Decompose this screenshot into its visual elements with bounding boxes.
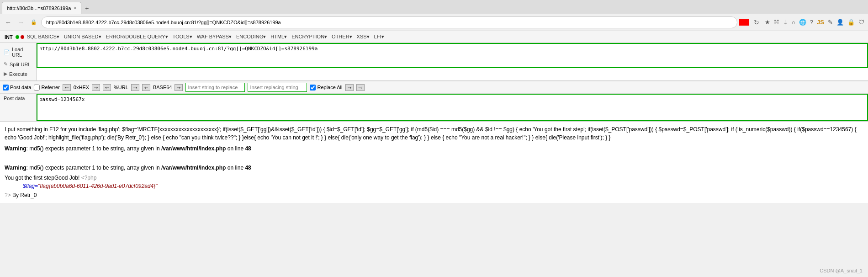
url-label: %URL — [114, 85, 128, 90]
lock-icon: 🔒 — [28, 17, 39, 28]
plugin-int[interactable]: INT — [3, 33, 15, 41]
content-blank-line — [5, 155, 863, 164]
address-input[interactable] — [41, 16, 737, 28]
replace-right-arrow1[interactable]: ⇢ — [345, 84, 354, 91]
plugin-toolbar: INT SQL BASICS▾ UNION BASED▾ ERROR/DOUBL… — [0, 31, 868, 43]
reader-icon[interactable]: ☵ — [773, 18, 780, 27]
post-data-container: Post data passwd=1234567x — [0, 94, 868, 122]
split-url-label: Split URL — [10, 62, 31, 67]
load-url-label: Load URL — [12, 47, 32, 58]
plugin-xss[interactable]: XSS▾ — [355, 33, 371, 41]
execute-icon: ▶ — [4, 71, 7, 77]
split-url-button[interactable]: ✎ Split URL — [0, 59, 36, 69]
replace-all-label[interactable]: Replace All — [310, 85, 342, 91]
plugin-sql-basics[interactable]: SQL BASICS▾ — [25, 33, 61, 41]
dot-green — [16, 35, 19, 39]
plugin-waf-bypass[interactable]: WAF BYPASS▾ — [195, 33, 233, 41]
address-bar-row: ← → 🔒 ↻ ★ ☵ ⇓ ⌂ 🌐 ? JS ✎ 👤 🔒 🛡 — [0, 14, 868, 31]
load-url-icon: 📄 — [4, 49, 10, 55]
lock2-icon[interactable]: 🔒 — [847, 18, 856, 27]
flag-icon — [739, 19, 749, 26]
plugin-error-double[interactable]: ERROR/DOUBLE QUERY▾ — [104, 33, 170, 41]
extension-icon[interactable]: ✎ — [827, 18, 834, 27]
shield-icon[interactable]: 🛡 — [857, 18, 865, 27]
referrer-checkbox[interactable] — [34, 85, 40, 91]
plugin-html[interactable]: HTML▾ — [269, 33, 289, 41]
url-left-arrow[interactable]: ⇠ — [103, 84, 111, 91]
post-data-checkbox[interactable] — [3, 85, 9, 91]
hackbar-main: http://80d3b1e8-8802-4222-b7cc-29d8c0380… — [37, 43, 868, 80]
insert-replacing-input[interactable] — [248, 83, 307, 92]
content-warning2: Warning: md5() expects parameter 1 to be… — [5, 164, 863, 172]
bookmark-star-icon[interactable]: ★ — [764, 18, 771, 27]
replace-right-arrow2[interactable]: ⇨ — [356, 84, 365, 91]
insert-string-input[interactable] — [185, 83, 245, 92]
globe-icon[interactable]: 🌐 — [798, 18, 807, 27]
load-url-button[interactable]: 📄 Load URL — [0, 45, 36, 59]
download-icon[interactable]: ⇓ — [782, 18, 789, 27]
hackbar-container: 📄 Load URL ✎ Split URL ▶ Execute http://… — [0, 43, 868, 81]
dot-red — [21, 35, 24, 39]
plugin-lfi[interactable]: LFI▾ — [372, 33, 386, 41]
content-area: I put something in F12 for you include '… — [0, 122, 868, 203]
split-url-icon: ✎ — [4, 61, 8, 67]
profile-icon[interactable]: 👤 — [836, 18, 845, 27]
tab-bar: http://80d3b...=s878926199a × + — [0, 0, 868, 14]
hex-right-arrow[interactable]: ⇢ — [92, 84, 100, 91]
content-warning1: Warning: md5() expects parameter 1 to be… — [5, 144, 863, 153]
execute-button[interactable]: ▶ Execute — [0, 69, 36, 79]
plugin-encryption[interactable]: ENCRYPTION▾ — [290, 33, 329, 41]
referrer-checkbox-label[interactable]: Referrer — [34, 85, 59, 91]
help-icon[interactable]: ? — [809, 18, 814, 27]
url-input-area: http://80d3b1e8-8802-4222-b7cc-29d8c0380… — [37, 43, 868, 68]
reload-button[interactable]: ↻ — [751, 17, 762, 28]
plugin-union-based[interactable]: UNION BASED▾ — [62, 33, 103, 41]
content-got-first: You got the first stepGood Job! <?php — [5, 174, 863, 182]
options-row: Post data Referrer ⇠ 0xHEX ⇢ ⇠ %URL ⇢ ⇠ … — [0, 81, 868, 94]
back-button[interactable]: ← — [3, 17, 14, 28]
content-paragraph1: I put something in F12 for you include '… — [5, 125, 863, 142]
hackbar-sidebar: 📄 Load URL ✎ Split URL ▶ Execute — [0, 43, 37, 80]
content-close-php: ?> By Retr_0 — [5, 191, 863, 199]
tab-title: http://80d3b...=s878926199a — [7, 5, 71, 11]
post-data-input[interactable]: passwd=1234567x — [37, 94, 868, 121]
home-icon[interactable]: ⌂ — [791, 18, 796, 27]
post-data-checkbox-label[interactable]: Post data — [3, 85, 31, 91]
referrer-label: Referrer — [41, 85, 59, 90]
active-tab[interactable]: http://80d3b...=s878926199a × — [2, 2, 81, 14]
url-input[interactable]: http://80d3b1e8-8802-4222-b7cc-29d8c0380… — [39, 46, 865, 64]
browser-toolbar-icons: ★ ☵ ⇓ ⌂ 🌐 ? JS ✎ 👤 🔒 🛡 — [764, 18, 865, 27]
base64-label: BASE64 — [153, 85, 172, 90]
plugin-encoding[interactable]: ENCODING▾ — [234, 33, 268, 41]
plugin-other[interactable]: OTHER▾ — [330, 33, 354, 41]
replace-all-checkbox[interactable] — [310, 85, 316, 91]
replace-all-text: Replace All — [317, 85, 342, 90]
post-data-section-label: Post data — [0, 94, 37, 121]
hex-label: 0xHEX — [74, 85, 89, 90]
js-label: JS — [816, 18, 825, 27]
plugin-tools[interactable]: TOOLS▾ — [171, 33, 194, 41]
content-flag-line: $flag="flag{eb0b0a6d-6011-426d-9ad1-e07d… — [23, 182, 863, 190]
execute-label: Execute — [9, 71, 27, 77]
post-data-option-label: Post data — [10, 85, 31, 90]
new-tab-button[interactable]: + — [81, 3, 92, 14]
url-right-arrow[interactable]: ⇢ — [131, 84, 139, 91]
hex-left-arrow[interactable]: ⇠ — [63, 84, 71, 91]
tab-close-button[interactable]: × — [74, 5, 76, 11]
base64-left-arrow[interactable]: ⇠ — [142, 84, 150, 91]
base64-right-arrow[interactable]: ⇢ — [175, 84, 183, 91]
forward-button: → — [16, 17, 26, 28]
